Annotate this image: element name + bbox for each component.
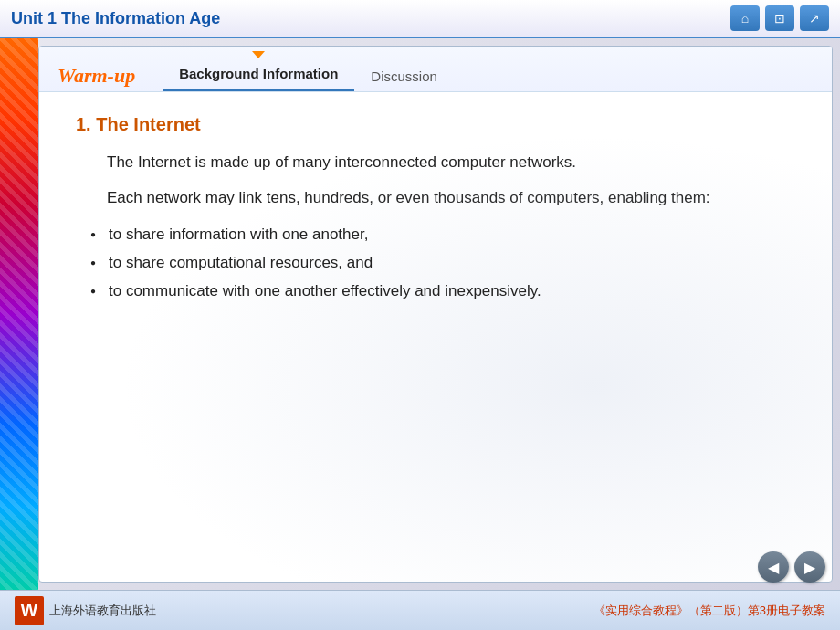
nav-buttons: ◀ ▶ (758, 551, 825, 583)
list-item: to share computational resources, and (90, 249, 795, 278)
content-card: Warm-up Background Information Discussio… (38, 46, 833, 583)
bottom-right-text: 《实用综合教程》（第二版）第3册电子教案 (593, 603, 825, 619)
bullet-list: to share information with one another, t… (90, 221, 795, 305)
home-button[interactable]: ⌂ (730, 5, 760, 31)
bottom-bar: W 上海外语教育出版社 《实用综合教程》（第二版）第3册电子教案 (0, 590, 840, 630)
top-icons: ⌂ ⊡ ↗ (730, 5, 829, 31)
logo-text: 上海外语教育出版社 (49, 603, 156, 619)
top-bar: Unit 1 The Information Age ⌂ ⊡ ↗ (0, 0, 840, 38)
back-button[interactable]: ◀ (758, 551, 789, 583)
list-item: to communicate with one another effectiv… (90, 278, 795, 306)
nav-tabs-area: Warm-up Background Information Discussio… (39, 47, 832, 92)
page-content: 1. The Internet The Internet is made up … (39, 92, 832, 582)
paragraph-1: The Internet is made up of many intercon… (76, 150, 795, 174)
app-window: Unit 1 The Information Age ⌂ ⊡ ↗ Warm-up… (0, 0, 840, 630)
bookmark-button[interactable]: ⊡ (765, 5, 794, 31)
tab-background[interactable]: Background Information (163, 58, 354, 91)
left-decorative-strip (0, 38, 38, 590)
list-item: to share information with one another, (90, 221, 795, 249)
logo-letter: W (15, 596, 44, 625)
main-area: Warm-up Background Information Discussio… (0, 38, 840, 590)
bottom-logo: W 上海外语教育出版社 (15, 596, 156, 625)
tab-discussion[interactable]: Discussion (354, 61, 454, 91)
content-outer: Warm-up Background Information Discussio… (38, 38, 840, 590)
exit-button[interactable]: ↗ (800, 5, 829, 31)
warmup-label: Warm-up (58, 64, 135, 91)
paragraph-2: Each network may link tens, hundreds, or… (76, 185, 795, 210)
page-title: Unit 1 The Information Age (11, 9, 220, 28)
forward-button[interactable]: ▶ (794, 551, 825, 583)
section-title: 1. The Internet (76, 114, 795, 135)
